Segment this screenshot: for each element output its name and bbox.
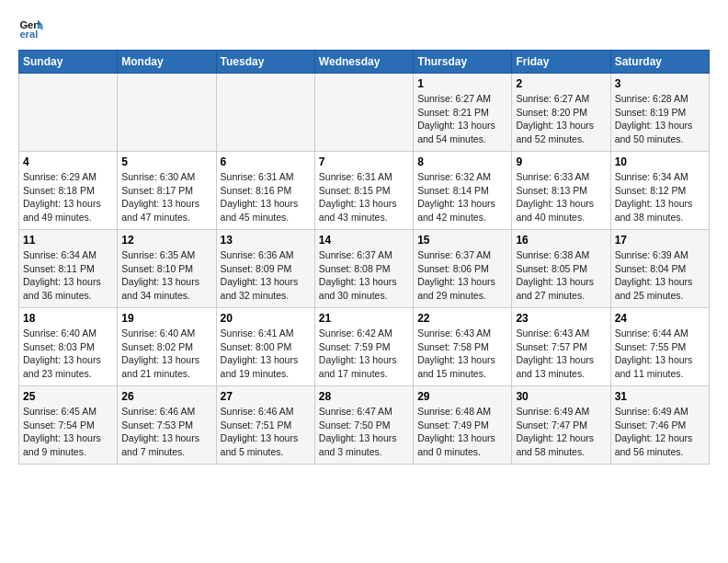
calendar-cell: 8Sunrise: 6:32 AMSunset: 8:14 PMDaylight… bbox=[414, 152, 512, 230]
day-info: Sunrise: 6:31 AMSunset: 8:16 PMDaylight:… bbox=[221, 170, 311, 224]
header-tuesday: Tuesday bbox=[216, 51, 314, 74]
day-number: 21 bbox=[319, 312, 409, 325]
day-number: 30 bbox=[516, 390, 606, 403]
day-number: 25 bbox=[23, 390, 113, 403]
day-info: Sunrise: 6:46 AMSunset: 7:51 PMDaylight:… bbox=[221, 405, 311, 459]
calendar-cell: 21Sunrise: 6:42 AMSunset: 7:59 PMDayligh… bbox=[314, 308, 413, 386]
calendar-cell: 28Sunrise: 6:47 AMSunset: 7:50 PMDayligh… bbox=[314, 386, 413, 465]
header-monday: Monday bbox=[118, 51, 216, 74]
day-number: 19 bbox=[121, 312, 211, 325]
calendar-cell: 13Sunrise: 6:36 AMSunset: 8:09 PMDayligh… bbox=[216, 230, 314, 308]
day-info: Sunrise: 6:30 AMSunset: 8:17 PMDaylight:… bbox=[121, 170, 211, 224]
day-info: Sunrise: 6:49 AMSunset: 7:47 PMDaylight:… bbox=[516, 405, 606, 459]
calendar-cell: 25Sunrise: 6:45 AMSunset: 7:54 PMDayligh… bbox=[19, 386, 118, 465]
header-sunday: Sunday bbox=[19, 51, 118, 74]
calendar-cell: 18Sunrise: 6:40 AMSunset: 8:03 PMDayligh… bbox=[19, 308, 118, 386]
day-number: 5 bbox=[121, 155, 211, 168]
day-number: 15 bbox=[417, 234, 507, 247]
page-header: Gen eral bbox=[18, 15, 710, 40]
calendar-cell: 7Sunrise: 6:31 AMSunset: 8:15 PMDaylight… bbox=[314, 152, 413, 230]
calendar-week-1: 1Sunrise: 6:27 AMSunset: 8:21 PMDaylight… bbox=[19, 74, 710, 152]
calendar-cell: 6Sunrise: 6:31 AMSunset: 8:16 PMDaylight… bbox=[216, 152, 314, 230]
header-friday: Friday bbox=[512, 51, 610, 74]
day-number: 3 bbox=[615, 77, 705, 90]
svg-text:eral: eral bbox=[19, 29, 38, 40]
day-info: Sunrise: 6:28 AMSunset: 8:19 PMDaylight:… bbox=[615, 92, 705, 146]
day-info: Sunrise: 6:48 AMSunset: 7:49 PMDaylight:… bbox=[417, 405, 507, 459]
day-number: 1 bbox=[417, 77, 507, 90]
day-number: 18 bbox=[23, 312, 113, 325]
day-info: Sunrise: 6:39 AMSunset: 8:04 PMDaylight:… bbox=[615, 248, 705, 303]
calendar-cell: 12Sunrise: 6:35 AMSunset: 8:10 PMDayligh… bbox=[118, 230, 216, 308]
logo-icon: Gen eral bbox=[18, 15, 44, 40]
day-info: Sunrise: 6:40 AMSunset: 8:03 PMDaylight:… bbox=[23, 327, 113, 381]
day-number: 27 bbox=[221, 390, 311, 403]
logo: Gen eral bbox=[18, 15, 48, 40]
day-number: 2 bbox=[516, 77, 606, 90]
day-info: Sunrise: 6:44 AMSunset: 7:55 PMDaylight:… bbox=[615, 327, 705, 381]
calendar-cell: 14Sunrise: 6:37 AMSunset: 8:08 PMDayligh… bbox=[314, 230, 413, 308]
day-number: 23 bbox=[516, 312, 606, 325]
calendar-cell: 23Sunrise: 6:43 AMSunset: 7:57 PMDayligh… bbox=[512, 308, 610, 386]
calendar-cell: 11Sunrise: 6:34 AMSunset: 8:11 PMDayligh… bbox=[19, 230, 118, 308]
calendar-week-5: 25Sunrise: 6:45 AMSunset: 7:54 PMDayligh… bbox=[19, 386, 710, 465]
calendar-cell: 26Sunrise: 6:46 AMSunset: 7:53 PMDayligh… bbox=[118, 386, 216, 465]
day-info: Sunrise: 6:41 AMSunset: 8:00 PMDaylight:… bbox=[221, 327, 311, 381]
calendar-week-2: 4Sunrise: 6:29 AMSunset: 8:18 PMDaylight… bbox=[19, 152, 710, 230]
day-number: 7 bbox=[319, 155, 409, 168]
day-info: Sunrise: 6:43 AMSunset: 7:58 PMDaylight:… bbox=[417, 327, 507, 381]
day-info: Sunrise: 6:47 AMSunset: 7:50 PMDaylight:… bbox=[319, 405, 409, 459]
calendar-cell bbox=[216, 74, 314, 152]
calendar-cell: 10Sunrise: 6:34 AMSunset: 8:12 PMDayligh… bbox=[610, 152, 709, 230]
svg-marker-2 bbox=[38, 20, 43, 26]
day-info: Sunrise: 6:34 AMSunset: 8:12 PMDaylight:… bbox=[615, 170, 705, 224]
day-info: Sunrise: 6:37 AMSunset: 8:06 PMDaylight:… bbox=[417, 248, 507, 303]
calendar-cell bbox=[118, 74, 216, 152]
calendar-cell: 19Sunrise: 6:40 AMSunset: 8:02 PMDayligh… bbox=[118, 308, 216, 386]
header-wednesday: Wednesday bbox=[314, 51, 413, 74]
day-info: Sunrise: 6:43 AMSunset: 7:57 PMDaylight:… bbox=[516, 327, 606, 381]
day-info: Sunrise: 6:32 AMSunset: 8:14 PMDaylight:… bbox=[417, 170, 507, 224]
day-number: 11 bbox=[23, 234, 113, 247]
calendar-cell: 15Sunrise: 6:37 AMSunset: 8:06 PMDayligh… bbox=[414, 230, 512, 308]
day-info: Sunrise: 6:27 AMSunset: 8:21 PMDaylight:… bbox=[417, 92, 507, 146]
calendar-cell: 1Sunrise: 6:27 AMSunset: 8:21 PMDaylight… bbox=[414, 74, 512, 152]
calendar-cell: 27Sunrise: 6:46 AMSunset: 7:51 PMDayligh… bbox=[216, 386, 314, 465]
day-info: Sunrise: 6:27 AMSunset: 8:20 PMDaylight:… bbox=[516, 92, 606, 146]
day-info: Sunrise: 6:42 AMSunset: 7:59 PMDaylight:… bbox=[319, 327, 409, 381]
day-number: 24 bbox=[615, 312, 705, 325]
day-number: 9 bbox=[516, 155, 606, 168]
day-info: Sunrise: 6:29 AMSunset: 8:18 PMDaylight:… bbox=[23, 170, 113, 224]
day-info: Sunrise: 6:34 AMSunset: 8:11 PMDaylight:… bbox=[23, 248, 113, 303]
day-info: Sunrise: 6:40 AMSunset: 8:02 PMDaylight:… bbox=[121, 327, 211, 381]
day-info: Sunrise: 6:46 AMSunset: 7:53 PMDaylight:… bbox=[121, 405, 211, 459]
day-number: 29 bbox=[417, 390, 507, 403]
calendar-table: SundayMondayTuesdayWednesdayThursdayFrid… bbox=[18, 50, 710, 465]
day-number: 10 bbox=[615, 155, 705, 168]
header-thursday: Thursday bbox=[414, 51, 512, 74]
calendar-cell bbox=[19, 74, 118, 152]
calendar-week-4: 18Sunrise: 6:40 AMSunset: 8:03 PMDayligh… bbox=[19, 308, 710, 386]
calendar-cell: 17Sunrise: 6:39 AMSunset: 8:04 PMDayligh… bbox=[610, 230, 709, 308]
day-number: 26 bbox=[121, 390, 211, 403]
day-info: Sunrise: 6:35 AMSunset: 8:10 PMDaylight:… bbox=[121, 248, 211, 303]
day-number: 14 bbox=[319, 234, 409, 247]
day-number: 16 bbox=[516, 234, 606, 247]
day-number: 22 bbox=[417, 312, 507, 325]
day-number: 6 bbox=[221, 155, 311, 168]
day-info: Sunrise: 6:45 AMSunset: 7:54 PMDaylight:… bbox=[23, 405, 113, 459]
calendar-cell: 24Sunrise: 6:44 AMSunset: 7:55 PMDayligh… bbox=[610, 308, 709, 386]
header-saturday: Saturday bbox=[610, 51, 709, 74]
day-info: Sunrise: 6:36 AMSunset: 8:09 PMDaylight:… bbox=[221, 248, 311, 303]
day-number: 20 bbox=[221, 312, 311, 325]
day-number: 28 bbox=[319, 390, 409, 403]
calendar-cell bbox=[314, 74, 413, 152]
calendar-cell: 29Sunrise: 6:48 AMSunset: 7:49 PMDayligh… bbox=[414, 386, 512, 465]
calendar-week-3: 11Sunrise: 6:34 AMSunset: 8:11 PMDayligh… bbox=[19, 230, 710, 308]
day-number: 17 bbox=[615, 234, 705, 247]
calendar-cell: 3Sunrise: 6:28 AMSunset: 8:19 PMDaylight… bbox=[610, 74, 709, 152]
calendar-cell: 9Sunrise: 6:33 AMSunset: 8:13 PMDaylight… bbox=[512, 152, 610, 230]
calendar-header-row: SundayMondayTuesdayWednesdayThursdayFrid… bbox=[19, 51, 710, 74]
calendar-cell: 20Sunrise: 6:41 AMSunset: 8:00 PMDayligh… bbox=[216, 308, 314, 386]
day-number: 4 bbox=[23, 155, 113, 168]
